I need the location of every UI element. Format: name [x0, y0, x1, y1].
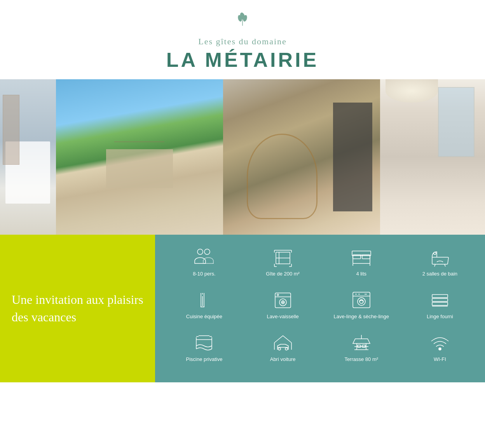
- laundry-icon: [350, 289, 373, 310]
- bottom-section: Une invitation aux plaisirs des vacances…: [0, 235, 485, 382]
- svg-point-29: [358, 298, 365, 305]
- svg-rect-9: [353, 255, 370, 263]
- icon-pool: Piscine privative: [167, 332, 241, 363]
- header: Les gîtes du domaine LA MÉTAIRIE: [0, 0, 485, 79]
- persons-label: 8-10 pers.: [193, 271, 216, 277]
- icon-terrace: Terrasse 80 m²: [324, 332, 399, 363]
- linen-label: Linge fourni: [427, 314, 453, 320]
- carport-label: Abri voiture: [270, 356, 296, 363]
- main-title: LA MÉTAIRIE: [0, 48, 485, 71]
- svg-point-4: [197, 249, 203, 255]
- svg-point-5: [204, 249, 210, 255]
- house-size-icon: [271, 246, 295, 268]
- svg-point-43: [278, 348, 281, 350]
- gallery-right: [223, 79, 485, 235]
- logo-icon: [0, 12, 485, 29]
- wifi-label: WI-FI: [434, 356, 446, 363]
- icon-laundry: Lave-linge & sèche-linge: [324, 289, 399, 320]
- subtitle: Les gîtes du domaine: [0, 37, 485, 47]
- size-label: Gîte de 200 m²: [266, 271, 300, 277]
- carport-icon: [271, 332, 295, 353]
- svg-rect-35: [432, 298, 448, 302]
- terrace-icon: [350, 332, 373, 353]
- svg-point-24: [277, 294, 279, 296]
- icon-linen: Linge fourni: [403, 289, 477, 320]
- icon-size: Gîte de 200 m²: [246, 246, 320, 277]
- photo-gallery: [0, 79, 485, 235]
- svg-rect-36: [432, 302, 448, 305]
- invitation-text: Une invitation aux plaisirs des vacances: [12, 291, 143, 326]
- beds-label: 4 lits: [356, 271, 366, 277]
- svg-point-53: [439, 348, 441, 350]
- photo-exterior: [56, 79, 223, 235]
- dishwasher-label: Lave-vaisselle: [267, 314, 298, 320]
- terrace-label: Terrasse 80 m²: [344, 356, 378, 363]
- svg-point-15: [434, 252, 436, 255]
- teal-panel: 8-10 pers. Gîte de 200 m²: [155, 235, 485, 382]
- pool-icon: [192, 332, 216, 353]
- photo-living: [380, 79, 485, 235]
- bathrooms-label: 2 salles de bain: [422, 271, 457, 277]
- green-panel: Une invitation aux plaisirs des vacances: [0, 235, 155, 382]
- svg-rect-52: [362, 345, 365, 347]
- wifi-icon: [428, 332, 452, 353]
- icon-bathrooms: 2 salles de bain: [403, 246, 477, 277]
- persons-icon: [192, 246, 216, 268]
- icons-grid: 8-10 pers. Gîte de 200 m²: [167, 246, 477, 363]
- photo-bedroom: [0, 79, 56, 235]
- photo-interior: [223, 79, 380, 235]
- gallery-left: [0, 79, 223, 235]
- svg-rect-51: [358, 345, 361, 347]
- icon-kitchen: Cuisine équipée: [167, 289, 241, 320]
- kitchen-label: Cuisine équipée: [186, 314, 222, 320]
- linen-icon: [428, 289, 452, 310]
- beds-icon: [350, 246, 373, 268]
- icon-wifi: WI-FI: [403, 332, 477, 363]
- icon-persons: 8-10 pers.: [167, 246, 241, 277]
- icon-dishwasher: Lave-vaisselle: [246, 289, 320, 320]
- svg-point-44: [285, 348, 288, 350]
- pool-label: Piscine privative: [186, 356, 222, 363]
- icon-beds: 4 lits: [324, 246, 399, 277]
- svg-rect-34: [432, 295, 448, 298]
- laundry-label: Lave-linge & sèche-linge: [334, 314, 389, 320]
- icon-carport: Abri voiture: [246, 332, 320, 363]
- bathroom-icon: [428, 246, 452, 268]
- kitchen-icon: [192, 289, 216, 310]
- dishwasher-icon: [271, 289, 295, 310]
